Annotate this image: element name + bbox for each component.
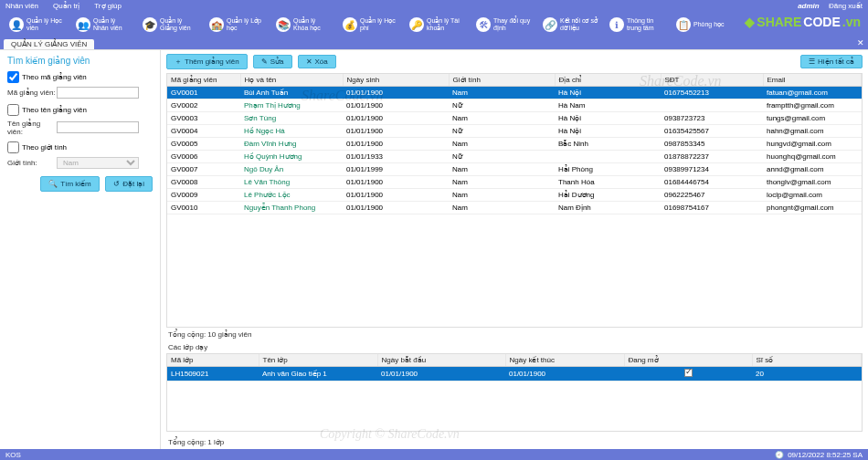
ribbon-button[interactable]: 👥Quản lý Nhân viên	[70, 16, 137, 34]
column-header[interactable]: Ngày bắt đầu	[377, 354, 505, 367]
table-row[interactable]: GV0009Lê Phước Lộc01/01/1900NamHải Dương…	[167, 189, 862, 202]
column-header[interactable]: SĐT	[661, 74, 763, 87]
column-header[interactable]: Email	[763, 74, 862, 87]
ribbon-button[interactable]: 🏫Quản lý Lớp học	[204, 16, 270, 34]
table-row[interactable]: GV0006Hồ Quỳnh Hương01/01/1933Nữ01878872…	[167, 151, 862, 163]
top-menu-item[interactable]: Nhân viên	[5, 2, 38, 10]
table-row[interactable]: LH1509021Anh văn Giao tiếp 101/01/190001…	[167, 367, 862, 382]
column-header[interactable]: Sĩ số	[752, 354, 862, 367]
ribbon-icon: 🔑	[409, 17, 424, 32]
column-header[interactable]: Mã giảng viên	[167, 74, 240, 87]
ribbon-icon: 👥	[76, 17, 90, 32]
brand-logo: ◆ SHARECODE.vn	[745, 15, 861, 29]
teacher-grid[interactable]: Mã giảng viênHọ và tênNgày sinhGiới tính…	[166, 73, 863, 328]
search-sidebar: Tìm kiếm giảng viên Theo mã giảng viên M…	[0, 50, 161, 449]
x-icon: ✕	[306, 58, 312, 66]
ribbon-icon: 🎓	[143, 17, 157, 32]
table-row[interactable]: GV0005Đàm Vĩnh Hưng01/01/1900NamBắc Ninh…	[167, 138, 862, 151]
column-header[interactable]: Họ và tên	[240, 74, 343, 87]
table-row[interactable]: GV0001Bùi Anh Tuấn01/01/1900NamHà Nội016…	[167, 87, 862, 99]
grid-toolbar: ＋Thêm giảng viên ✎Sửa ✕Xóa ☰Hiện tất cả	[161, 50, 868, 73]
column-header[interactable]: Tên lớp	[259, 354, 377, 367]
current-user: admin	[798, 2, 820, 10]
teacher-grid-total: Tổng cộng: 10 giảng viên	[161, 328, 868, 341]
class-grid-total: Tổng cộng: 1 lớp	[161, 435, 868, 449]
ribbon-icon: ℹ	[609, 17, 624, 32]
column-header[interactable]: Giới tính	[449, 74, 555, 87]
brand-icon: ◆	[745, 15, 755, 29]
table-row[interactable]: GV0003Sơn Tùng01/01/1900NamHà Nội0938723…	[167, 112, 862, 125]
reset-button[interactable]: ↺Đặt lại	[105, 176, 153, 192]
ribbon-icon: 📚	[276, 17, 291, 32]
ribbon-button[interactable]: 💰Quản lý Học phí	[337, 16, 404, 34]
status-left: KOS	[5, 451, 21, 459]
show-all-button[interactable]: ☰Hiện tất cả	[800, 55, 863, 68]
column-header[interactable]: Đang mở	[624, 354, 752, 367]
ribbon-toolbar: 👤Quản lý Học viên👥Quản lý Nhân viên🎓Quản…	[0, 11, 868, 38]
search-icon: 🔍	[48, 180, 58, 188]
logout-link[interactable]: Đăng xuất	[829, 2, 863, 10]
tab-close-button[interactable]: ✕	[855, 38, 866, 49]
main-panel: ＋Thêm giảng viên ✎Sửa ✕Xóa ☰Hiện tất cả …	[161, 50, 868, 449]
column-header[interactable]: Địa chỉ	[555, 74, 661, 87]
pencil-icon: ✎	[261, 58, 268, 66]
ribbon-icon: 👤	[9, 17, 24, 32]
classes-subheading: Các lớp dạy	[161, 341, 868, 353]
class-grid[interactable]: Mã lớpTên lớpNgày bắt đầuNgày kết thúcĐa…	[166, 353, 863, 432]
table-row[interactable]: GV0008Lê Văn Thông01/01/1900NamThanh Hóa…	[167, 176, 862, 189]
ribbon-button[interactable]: 🔑Quản lý Tài khoản	[404, 16, 471, 34]
top-menu-item[interactable]: Quản trị	[53, 2, 79, 10]
tab-teacher-mgmt[interactable]: QUẢN LÝ GIẢNG VIÊN	[4, 39, 94, 49]
status-time: 09/12/2022 8:52:25 SA	[788, 451, 863, 459]
column-header[interactable]: Mã lớp	[167, 354, 259, 367]
edit-teacher-button[interactable]: ✎Sửa	[253, 55, 292, 68]
filter-by-id-checkbox[interactable]	[7, 71, 19, 83]
ribbon-button[interactable]: 📚Quản lý Khóa học	[270, 16, 337, 34]
ribbon-button[interactable]: 🎓Quản lý Giảng viên	[137, 16, 204, 34]
list-icon: ☰	[809, 58, 815, 66]
sidebar-heading: Tìm kiếm giảng viên	[7, 56, 153, 66]
teacher-id-input[interactable]	[57, 87, 139, 99]
ribbon-button[interactable]: 🛠Thay đổi quy định	[471, 16, 537, 34]
teacher-name-input[interactable]	[57, 121, 139, 133]
add-teacher-button[interactable]: ＋Thêm giảng viên	[166, 54, 248, 69]
filter-by-name-checkbox[interactable]	[7, 104, 19, 116]
ribbon-icon: 🔗	[543, 17, 557, 32]
ribbon-button[interactable]: 📋Phòng học	[671, 16, 730, 34]
plus-icon: ＋	[175, 57, 182, 67]
ribbon-button[interactable]: ℹThông tin trung tâm	[604, 16, 671, 34]
delete-teacher-button[interactable]: ✕Xóa	[298, 55, 336, 68]
reset-icon: ↺	[113, 180, 120, 188]
workspace: Tìm kiếm giảng viên Theo mã giảng viên M…	[0, 49, 868, 449]
column-header[interactable]: Ngày kết thúc	[505, 354, 624, 367]
top-menu-left: Nhân viênQuản trịTrợ giúp	[5, 2, 136, 10]
top-menu-right: admin Đăng xuất	[790, 2, 863, 10]
ribbon-button[interactable]: 👤Quản lý Học viên	[4, 16, 70, 34]
gender-select[interactable]: Nam	[57, 157, 139, 169]
top-menu-bar: Nhân viênQuản trịTrợ giúp admin Đăng xuấ…	[0, 0, 868, 11]
table-row[interactable]: GV0010Nguyễn Thanh Phong01/01/1900NamNam…	[167, 202, 862, 214]
table-row[interactable]: GV0004Hồ Ngọc Hà01/01/1900NữHà Nội016354…	[167, 125, 862, 138]
clock-icon: 🕘	[775, 451, 784, 459]
status-bar: KOS 🕘09/12/2022 8:52:25 SA	[0, 449, 868, 460]
table-row[interactable]: GV0002Phạm Thị Hương01/01/1900NữHà Namfr…	[167, 99, 862, 112]
column-header[interactable]: Ngày sinh	[343, 74, 449, 87]
filter-by-gender-checkbox[interactable]	[7, 141, 19, 153]
top-menu-item[interactable]: Trợ giúp	[94, 2, 122, 10]
ribbon-button[interactable]: 🔗Kết nối cơ sở dữ liệu	[537, 16, 604, 34]
ribbon-icon: 💰	[343, 17, 357, 32]
ribbon-icon: 📋	[676, 17, 691, 32]
search-button[interactable]: 🔍Tìm kiếm	[40, 176, 99, 192]
document-tabs: QUẢN LÝ GIẢNG VIÊN ✕	[0, 38, 868, 49]
table-row[interactable]: GV0007Ngô Duy Ân01/01/1999NamHải Phòng09…	[167, 163, 862, 176]
ribbon-icon: 🛠	[476, 17, 491, 32]
ribbon-icon: 🏫	[209, 17, 224, 32]
